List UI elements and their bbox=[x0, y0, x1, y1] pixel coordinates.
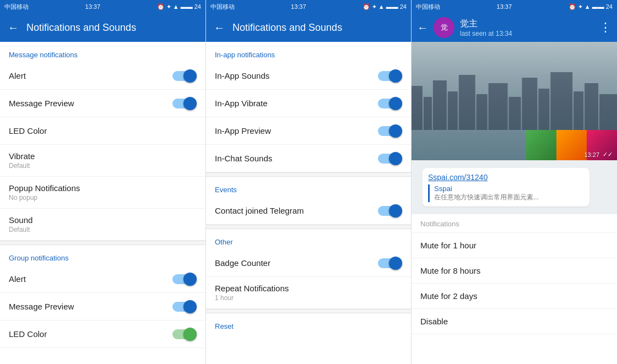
status-carrier-2: 中国移动 bbox=[210, 3, 235, 11]
toggle-inapp-vibrate[interactable] bbox=[378, 97, 402, 110]
toggle-badge-counter-thumb bbox=[389, 257, 402, 270]
row-inapp-vibrate-title: In-App Vibrate bbox=[215, 99, 268, 108]
toggle-group-preview[interactable] bbox=[172, 300, 197, 313]
toggle-inapp-vibrate-thumb bbox=[389, 97, 402, 110]
chat-user-info: 觉主 last seen at 13:34 bbox=[460, 18, 594, 37]
status-time-2: 13:37 bbox=[291, 3, 306, 10]
toggle-contact-joined-thumb bbox=[389, 204, 402, 218]
buildings-svg bbox=[412, 64, 617, 130]
thumb-green bbox=[526, 130, 556, 160]
toggle-badge-counter[interactable] bbox=[378, 257, 402, 270]
status-carrier-1: 中国移动 bbox=[4, 3, 29, 11]
row-badge-counter[interactable]: Badge Counter bbox=[206, 249, 411, 277]
row-vibrate-title: Vibrate bbox=[9, 151, 35, 161]
section-message-notifications: Message notifications bbox=[0, 42, 205, 62]
chat-timestamp: 13:27 bbox=[584, 151, 599, 158]
settings-scroll-2[interactable]: In-app notifications In-App Sounds In-Ap… bbox=[206, 42, 411, 364]
row-group-preview-title: Message Preview bbox=[9, 302, 74, 311]
row-led-color[interactable]: LED Color bbox=[0, 117, 205, 145]
section-reset[interactable]: Reset bbox=[206, 313, 411, 334]
svg-rect-5 bbox=[477, 94, 488, 130]
row-popup-notifications[interactable]: Popup Notifications No popup bbox=[0, 177, 205, 209]
svg-rect-7 bbox=[509, 97, 521, 130]
svg-rect-1 bbox=[424, 97, 432, 130]
row-vibrate[interactable]: Vibrate Default bbox=[0, 145, 205, 177]
notifications-dropdown: Notifications Mute for 1 hour Mute for 8… bbox=[412, 214, 617, 364]
mute-8-hours[interactable]: Mute for 8 hours bbox=[412, 258, 617, 284]
row-group-alert[interactable]: Alert bbox=[0, 265, 205, 293]
toggle-alert[interactable] bbox=[172, 69, 197, 83]
row-group-alert-title: Alert bbox=[9, 274, 26, 284]
row-message-preview[interactable]: Message Preview bbox=[0, 90, 205, 117]
chat-quote: Sspai 在任意地方快速调出常用界面元素... bbox=[428, 184, 584, 202]
toggle-inapp-preview[interactable] bbox=[378, 124, 402, 138]
status-bar-3: 中国移动 13:37 ⏰ ✦ ▲ ▬▬ 24 bbox=[412, 0, 617, 13]
svg-rect-4 bbox=[459, 75, 475, 130]
mute-1-hour[interactable]: Mute for 1 hour bbox=[412, 233, 617, 258]
settings-scroll-1[interactable]: Message notifications Alert Message Prev… bbox=[0, 42, 205, 364]
toggle-inapp-sounds[interactable] bbox=[378, 69, 402, 83]
chat-back-button[interactable]: ← bbox=[417, 21, 428, 34]
status-icons-1: ⏰ ✦ ▲ ▬▬ 24 bbox=[157, 3, 201, 10]
toggle-message-preview[interactable] bbox=[172, 97, 197, 110]
row-msg-preview-title: Message Preview bbox=[9, 99, 74, 108]
back-button-2[interactable]: ← bbox=[214, 21, 225, 34]
row-group-message-preview[interactable]: Message Preview bbox=[0, 293, 205, 320]
dropdown-header: Notifications bbox=[412, 214, 617, 233]
row-contact-joined[interactable]: Contact joined Telegram bbox=[206, 197, 411, 225]
section-events: Events bbox=[206, 177, 411, 197]
back-button-1[interactable]: ← bbox=[8, 21, 19, 34]
row-repeat-title: Repeat Notifications bbox=[215, 284, 289, 293]
section-inapp-notifications: In-app notifications bbox=[206, 42, 411, 62]
row-popup-title: Popup Notifications bbox=[9, 183, 80, 193]
row-inapp-sounds[interactable]: In-App Sounds bbox=[206, 62, 411, 90]
row-badge-counter-title: Badge Counter bbox=[215, 258, 270, 268]
toggle-inchat-sounds[interactable] bbox=[378, 152, 402, 165]
section-other: Other bbox=[206, 229, 411, 249]
row-inchat-sounds[interactable]: In-Chat Sounds bbox=[206, 145, 411, 172]
divider-1 bbox=[0, 241, 205, 245]
row-sound-title: Sound bbox=[9, 215, 33, 225]
row-inapp-preview-title: In-App Preview bbox=[215, 126, 271, 135]
read-checkmarks: ✓✓ bbox=[603, 151, 613, 158]
row-inapp-sounds-title: In-App Sounds bbox=[215, 71, 269, 80]
chat-user-status: last seen at 13:34 bbox=[460, 30, 594, 37]
row-inapp-preview[interactable]: In-App Preview bbox=[206, 117, 411, 145]
row-popup-subtitle: No popup bbox=[9, 194, 80, 202]
status-time-1: 13:37 bbox=[85, 3, 101, 10]
disable-notifications[interactable]: Disable bbox=[412, 309, 617, 334]
row-alert-title: Alert bbox=[9, 71, 26, 80]
status-carrier-3: 中国移动 bbox=[416, 3, 440, 11]
mute-2-days[interactable]: Mute for 2 days bbox=[412, 284, 617, 309]
svg-rect-10 bbox=[550, 72, 572, 130]
chat-header: ← 觉 觉主 last seen at 13:34 ⋮ bbox=[412, 13, 617, 42]
svg-rect-8 bbox=[522, 78, 537, 130]
status-time-3: 13:37 bbox=[497, 3, 512, 10]
row-alert[interactable]: Alert bbox=[0, 62, 205, 90]
toggle-inapp-preview-thumb bbox=[389, 124, 402, 138]
toggle-group-alert[interactable] bbox=[172, 273, 197, 286]
row-contact-joined-title: Contact joined Telegram bbox=[215, 206, 304, 215]
row-inapp-vibrate[interactable]: In-App Vibrate bbox=[206, 90, 411, 117]
toggle-group-led[interactable] bbox=[172, 328, 197, 341]
chat-user-name: 觉主 bbox=[460, 18, 594, 30]
svg-rect-11 bbox=[573, 91, 583, 130]
row-repeat-notifications[interactable]: Repeat Notifications 1 hour bbox=[206, 277, 411, 309]
more-button[interactable]: ⋮ bbox=[599, 20, 611, 35]
chat-message-link[interactable]: Sspai.com/31240 bbox=[428, 173, 488, 182]
toggle-inapp-sounds-thumb bbox=[389, 69, 402, 83]
row-sound[interactable]: Sound Default bbox=[0, 209, 205, 241]
svg-rect-6 bbox=[489, 83, 508, 130]
divider-4 bbox=[206, 309, 411, 313]
row-group-led[interactable]: LED Color bbox=[0, 320, 205, 348]
panel-notifications-settings-1: 中国移动 13:37 ⏰ ✦ ▲ ▬▬ 24 ← Notifications a… bbox=[0, 0, 205, 364]
toggle-msg-preview-thumb bbox=[183, 97, 197, 110]
chat-messages-area: Sspai.com/31240 Sspai 在任意地方快速调出常用界面元素... bbox=[412, 160, 617, 214]
chat-quote-text: 在任意地方快速调出常用界面元素... bbox=[434, 193, 584, 202]
toggle-group-alert-thumb bbox=[183, 273, 197, 286]
section-group-notifications: Group notifications bbox=[0, 245, 205, 265]
toggle-contact-joined[interactable] bbox=[378, 204, 402, 218]
toggle-inchat-sounds-thumb bbox=[389, 152, 402, 165]
divider-3 bbox=[206, 225, 411, 229]
svg-rect-2 bbox=[433, 80, 447, 130]
